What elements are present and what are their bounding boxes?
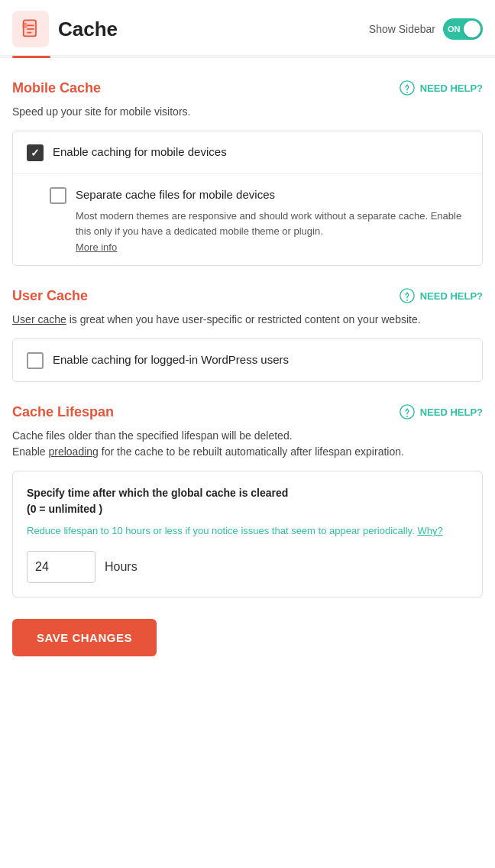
user-cache-desc: User cache is great when you have user-s… [12,312,483,328]
header-controls: Show Sidebar ON [369,18,483,40]
separate-cache-row: Separate cache files for mobile devices … [13,173,482,265]
cache-lifespan-section: Cache Lifespan NEED HELP? Cache files ol… [12,403,483,598]
enable-mobile-row: Enable caching for mobile devices [13,131,482,173]
lifespan-input-row: Hours [27,551,468,583]
enable-mobile-label: Enable caching for mobile devices [53,144,227,160]
user-cache-title: User Cache [12,288,88,304]
separate-cache-label: Separate cache files for mobile devices [76,186,468,202]
cache-lifespan-header: Cache Lifespan NEED HELP? [12,403,483,420]
user-cache-desc-text: is great when you have user-specific or … [66,313,421,326]
enable-user-cache-checkbox[interactable] [27,352,44,369]
help-circle-icon-3 [399,403,416,420]
lifespan-desc1: Cache files older than the specified lif… [12,429,293,442]
user-cache-section: User Cache NEED HELP? User cache is grea… [12,287,483,382]
mobile-cache-desc: Speed up your site for mobile visitors. [12,104,483,120]
separate-cache-desc: Most modern themes are responsive and sh… [76,209,468,238]
lifespan-card: Specify time after which the global cach… [12,471,483,598]
page-header: Cache Show Sidebar ON [0,0,495,56]
lifespan-desc2-suffix: for the cache to be rebuilt automaticall… [99,445,404,458]
user-cache-help-button[interactable]: NEED HELP? [399,287,483,304]
svg-point-8 [406,92,408,93]
cache-lifespan-help-label: NEED HELP? [420,406,483,418]
user-cache-help-label: NEED HELP? [420,290,483,302]
separate-cache-checkbox[interactable] [50,187,66,204]
lifespan-hours-input[interactable] [27,551,95,583]
show-sidebar-label: Show Sidebar [369,23,435,35]
main-content: Mobile Cache NEED HELP? Speed up your si… [0,79,495,598]
lifespan-specify-title-text: Specify time after which the global cach… [27,487,288,499]
lifespan-specify-title: Specify time after which the global cach… [27,485,468,517]
header-left: Cache [12,11,118,47]
enable-user-cache-label: Enable caching for logged-in WordPress u… [53,351,289,368]
enable-mobile-checkbox[interactable] [27,144,44,161]
mobile-cache-card: Enable caching for mobile devices Separa… [12,131,483,266]
mobile-cache-header: Mobile Cache NEED HELP? [12,79,483,96]
cache-lifespan-help-button[interactable]: NEED HELP? [399,403,483,420]
mobile-cache-section: Mobile Cache NEED HELP? Speed up your si… [12,79,483,266]
toggle-label: ON [448,24,461,34]
svg-point-14 [406,416,408,417]
lifespan-specify-subtitle: (0 = unlimited ) [27,503,102,515]
help-circle-icon [399,79,416,96]
user-cache-link[interactable]: User cache [12,313,66,326]
enable-user-cache-row: Enable caching for logged-in WordPress u… [13,339,482,381]
lifespan-hint-text: Reduce lifespan to 10 hours or less if y… [27,525,415,536]
user-cache-header: User Cache NEED HELP? [12,287,483,304]
user-cache-card: Enable caching for logged-in WordPress u… [12,338,483,382]
cache-lifespan-title: Cache Lifespan [12,404,114,420]
page-title: Cache [58,18,118,41]
cache-lifespan-desc: Cache files older than the specified lif… [12,428,483,460]
mobile-cache-title: Mobile Cache [12,80,101,96]
tab-bar [0,56,495,58]
mobile-cache-help-button[interactable]: NEED HELP? [399,79,483,96]
preloading-link[interactable]: preloading [48,445,98,458]
lifespan-desc2-prefix: Enable [12,445,48,458]
svg-point-11 [406,300,408,301]
toggle-knob [464,21,480,37]
lifespan-hours-label: Hours [105,560,138,574]
sidebar-toggle[interactable]: ON [443,18,483,40]
svg-rect-0 [24,20,36,36]
why-link[interactable]: Why? [417,525,442,536]
lifespan-hint: Reduce lifespan to 10 hours or less if y… [27,523,468,539]
help-circle-icon-2 [399,287,416,304]
active-tab-line [12,56,50,58]
page-icon [12,11,49,47]
svg-rect-5 [23,23,28,28]
save-changes-button[interactable]: SAVE CHANGES [12,619,157,656]
mobile-cache-help-label: NEED HELP? [420,83,483,94]
more-info-link[interactable]: More info [76,241,468,253]
